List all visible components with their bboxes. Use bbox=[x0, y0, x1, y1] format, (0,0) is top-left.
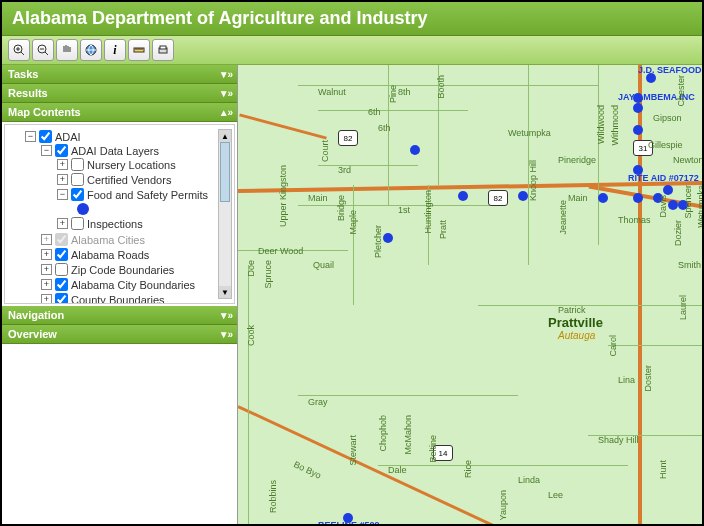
highway-shield: 82 bbox=[338, 130, 358, 146]
permit-point[interactable] bbox=[458, 191, 468, 201]
expand-icon[interactable]: + bbox=[41, 279, 52, 290]
street-label: Bridge bbox=[336, 195, 346, 221]
layer-checkbox bbox=[55, 233, 68, 246]
tasks-panel-header[interactable]: Tasks ▼ » bbox=[2, 65, 237, 84]
street-label: Shady Hill bbox=[598, 435, 639, 445]
tree-node-roads[interactable]: +Alabama Roads bbox=[41, 247, 230, 262]
highway-shield: 82 bbox=[488, 190, 508, 206]
expand-icon[interactable]: + bbox=[41, 264, 52, 275]
street-label: Upper Kingston bbox=[278, 165, 288, 227]
zoom-out-button[interactable] bbox=[32, 39, 54, 61]
expand-icon[interactable]: + bbox=[41, 294, 52, 304]
layer-checkbox[interactable] bbox=[55, 278, 68, 291]
expand-icon[interactable]: + bbox=[57, 218, 68, 229]
street-label: Pletcher bbox=[373, 225, 383, 258]
street-label: Patrick bbox=[558, 305, 586, 315]
street-label: Davis bbox=[658, 195, 668, 218]
layer-checkbox[interactable] bbox=[55, 293, 68, 304]
layer-checkbox[interactable] bbox=[39, 130, 52, 143]
collapse-icon[interactable]: − bbox=[41, 145, 52, 156]
mapcontents-panel-header[interactable]: Map Contents ▲ » bbox=[2, 103, 237, 122]
street-label: Chophob bbox=[378, 415, 388, 452]
layer-checkbox[interactable] bbox=[71, 173, 84, 186]
street-label: Chester bbox=[676, 75, 686, 107]
street-label: Knoop Hill bbox=[528, 160, 538, 201]
street-label: Thomas bbox=[618, 215, 651, 225]
svg-line-5 bbox=[45, 52, 48, 55]
expand-icon[interactable]: + bbox=[41, 234, 52, 245]
permit-point[interactable] bbox=[383, 233, 393, 243]
results-panel-header[interactable]: Results ▼ » bbox=[2, 84, 237, 103]
full-extent-button[interactable] bbox=[80, 39, 102, 61]
expand-icon[interactable]: + bbox=[57, 174, 68, 185]
street-label: Robbins bbox=[268, 480, 278, 513]
street-label: McMahon bbox=[403, 415, 413, 455]
scroll-up-icon[interactable]: ▲ bbox=[219, 130, 231, 142]
street-label: Doe bbox=[246, 260, 256, 277]
zoom-in-button[interactable] bbox=[8, 39, 30, 61]
street-label: 3rd bbox=[338, 165, 351, 175]
layer-checkbox[interactable] bbox=[55, 263, 68, 276]
overview-panel-header[interactable]: Overview ▼ » bbox=[2, 325, 237, 344]
collapse-icon[interactable]: − bbox=[25, 131, 36, 142]
street-label: Pratt bbox=[438, 220, 448, 239]
pan-button[interactable] bbox=[56, 39, 78, 61]
mapcontents-panel: −ADAI −ADAI Data Layers +Nursery Locatio… bbox=[4, 124, 235, 304]
street-label: Main bbox=[568, 193, 588, 203]
street-label: Spruce bbox=[263, 260, 273, 289]
expand-icon[interactable]: + bbox=[57, 159, 68, 170]
permit-point[interactable] bbox=[633, 103, 643, 113]
chevron-down-icon: ▼ » bbox=[219, 88, 231, 99]
navigation-panel-header[interactable]: Navigation ▼ » bbox=[2, 306, 237, 325]
scroll-thumb[interactable] bbox=[220, 142, 230, 202]
svg-line-1 bbox=[21, 52, 24, 55]
tree-node-nursery[interactable]: +Nursery Locations bbox=[57, 157, 230, 172]
permit-point[interactable] bbox=[518, 191, 528, 201]
scroll-down-icon[interactable]: ▼ bbox=[219, 286, 231, 298]
road-minor bbox=[318, 165, 418, 166]
street-label: Bo Byo bbox=[292, 459, 323, 480]
permit-point[interactable] bbox=[410, 145, 420, 155]
permit-point[interactable] bbox=[633, 125, 643, 135]
layer-checkbox[interactable] bbox=[71, 217, 84, 230]
collapse-icon[interactable]: − bbox=[57, 189, 68, 200]
city-label: Prattville bbox=[548, 315, 603, 330]
permit-point[interactable] bbox=[668, 200, 678, 210]
layer-checkbox[interactable] bbox=[71, 188, 84, 201]
tree-node-countyboundaries[interactable]: +County Boundaries bbox=[41, 292, 230, 304]
street-label: Wetumpka bbox=[508, 128, 551, 138]
tree-node-zip[interactable]: +Zip Code Boundaries bbox=[41, 262, 230, 277]
permit-point[interactable] bbox=[598, 193, 608, 203]
identify-button[interactable]: i bbox=[104, 39, 126, 61]
street-label: Cook bbox=[246, 325, 256, 346]
expand-icon[interactable]: + bbox=[41, 249, 52, 260]
permit-point[interactable] bbox=[663, 185, 673, 195]
street-label: Dozier bbox=[673, 220, 683, 246]
tree-node-datalayers[interactable]: −ADAI Data Layers +Nursery Locations +Ce… bbox=[41, 143, 230, 232]
layer-checkbox[interactable] bbox=[55, 144, 68, 157]
measure-button[interactable] bbox=[128, 39, 150, 61]
app-title: Alabama Department of Agriculture and In… bbox=[12, 8, 427, 28]
tree-node-inspections[interactable]: +Inspections bbox=[57, 216, 230, 231]
print-button[interactable] bbox=[152, 39, 174, 61]
road-minor bbox=[353, 185, 354, 305]
tree-node-adai[interactable]: −ADAI −ADAI Data Layers +Nursery Locatio… bbox=[25, 129, 230, 304]
street-label: Wildwood bbox=[596, 105, 606, 144]
street-label: Spencer bbox=[683, 185, 693, 219]
layer-checkbox[interactable] bbox=[71, 158, 84, 171]
tree-node-permits[interactable]: −Food and Safety Permits bbox=[57, 187, 230, 216]
street-label: Linda bbox=[518, 475, 540, 485]
road-minor bbox=[298, 395, 518, 396]
street-label: Stewart bbox=[348, 435, 358, 466]
road-minor bbox=[318, 110, 468, 111]
tree-node-cityboundaries[interactable]: +Alabama City Boundaries bbox=[41, 277, 230, 292]
scrollbar[interactable]: ▲ ▼ bbox=[218, 129, 232, 299]
layer-checkbox[interactable] bbox=[55, 248, 68, 261]
street-label: Beltine bbox=[428, 435, 438, 463]
permit-point[interactable] bbox=[633, 193, 643, 203]
street-label: Laurel bbox=[678, 295, 688, 320]
tree-node-vendors[interactable]: +Certified Vendors bbox=[57, 172, 230, 187]
street-label: Court bbox=[320, 140, 330, 162]
street-label: Lina bbox=[618, 375, 635, 385]
map-viewport[interactable]: 82 82 31 14 J.D. SEAFOOD JAY AMBEMA INC … bbox=[238, 65, 702, 526]
